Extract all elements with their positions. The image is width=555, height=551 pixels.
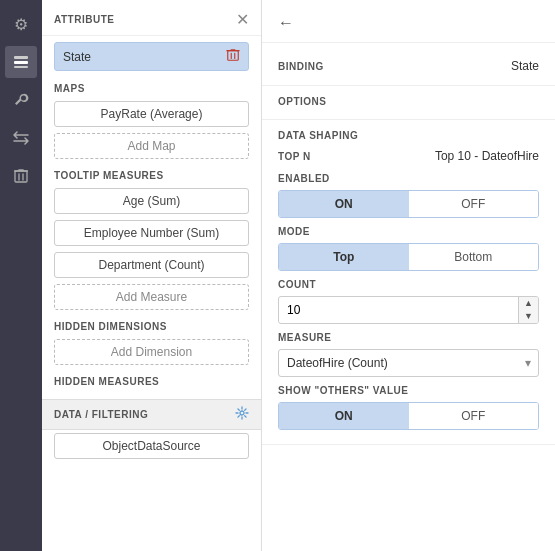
sidebar-wrench-icon[interactable]: [5, 84, 37, 116]
svg-rect-3: [15, 171, 27, 182]
measure-select-wrapper: DateofHire (Count) PayRate (Average) Age…: [278, 349, 539, 377]
options-title: OPTIONS: [278, 96, 539, 107]
maps-label: MAPS: [42, 75, 261, 98]
data-filtering-bar: DATA / FILTERING: [42, 399, 261, 430]
count-stepper: ▲ ▼: [518, 297, 538, 323]
employee-number-btn[interactable]: Employee Number (Sum): [54, 220, 249, 246]
close-button[interactable]: ✕: [236, 10, 249, 29]
add-map-btn[interactable]: Add Map: [54, 133, 249, 159]
tooltip-label: TOOLTIP MEASURES: [42, 162, 261, 185]
binding-value: State: [511, 59, 539, 73]
age-sum-btn[interactable]: Age (Sum): [54, 188, 249, 214]
enabled-label: ENABLED: [278, 173, 539, 184]
enabled-toggle-group: ON OFF: [278, 190, 539, 218]
attribute-delete-icon[interactable]: [226, 48, 240, 65]
department-count-btn[interactable]: Department (Count): [54, 252, 249, 278]
count-increment-btn[interactable]: ▲: [519, 297, 538, 310]
hidden-measures-label: HIDDEN MEASURES: [42, 368, 261, 391]
right-panel: ← BINDING State OPTIONS DATA SHAPING TOP…: [262, 0, 555, 551]
attribute-chip: State: [54, 42, 249, 71]
show-others-toggle-group: ON OFF: [278, 402, 539, 430]
top-n-label: TOP N: [278, 151, 311, 162]
options-section: OPTIONS: [262, 86, 555, 120]
show-others-label: SHOW "OTHERS" VALUE: [278, 385, 539, 396]
back-arrow-icon[interactable]: ←: [278, 14, 294, 32]
count-input[interactable]: [279, 298, 518, 322]
sidebar: ⚙: [0, 0, 42, 551]
show-others-off-btn[interactable]: OFF: [409, 403, 539, 429]
data-filtering-gear-icon[interactable]: [235, 406, 249, 423]
sidebar-settings-icon[interactable]: ⚙: [5, 8, 37, 40]
hidden-dim-label: HIDDEN DIMENSIONS: [42, 313, 261, 336]
count-decrement-btn[interactable]: ▼: [519, 310, 538, 323]
svg-rect-4: [228, 51, 239, 61]
enabled-off-btn[interactable]: OFF: [409, 191, 539, 217]
count-label: COUNT: [278, 279, 539, 290]
top-n-value: Top 10 - DateofHire: [435, 149, 539, 163]
show-others-on-btn[interactable]: ON: [279, 403, 409, 429]
measure-select[interactable]: DateofHire (Count) PayRate (Average) Age…: [278, 349, 539, 377]
payrate-btn[interactable]: PayRate (Average): [54, 101, 249, 127]
enabled-on-btn[interactable]: ON: [279, 191, 409, 217]
attribute-section-label: ATTRIBUTE: [54, 14, 114, 25]
svg-point-5: [240, 411, 244, 415]
add-measure-btn[interactable]: Add Measure: [54, 284, 249, 310]
measure-label: MEASURE: [278, 332, 539, 343]
attribute-chip-label: State: [63, 50, 91, 64]
binding-label: BINDING: [278, 61, 324, 72]
left-panel: ATTRIBUTE ✕ State MAPS PayRate (Average)…: [42, 0, 262, 551]
top-n-row: TOP N Top 10 - DateofHire: [278, 143, 539, 165]
svg-rect-2: [14, 66, 28, 68]
count-input-wrapper: ▲ ▼: [278, 296, 539, 324]
sidebar-transfer-icon[interactable]: [5, 122, 37, 154]
svg-rect-0: [14, 56, 28, 59]
data-shaping-title: DATA SHAPING: [278, 130, 539, 141]
data-source-btn[interactable]: ObjectDataSource: [54, 433, 249, 459]
svg-rect-1: [14, 61, 28, 64]
sidebar-trash-icon[interactable]: [5, 160, 37, 192]
mode-toggle-group: Top Bottom: [278, 243, 539, 271]
left-panel-header: ATTRIBUTE ✕: [42, 0, 261, 36]
mode-top-btn[interactable]: Top: [279, 244, 409, 270]
mode-label: MODE: [278, 226, 539, 237]
binding-row: BINDING State: [278, 53, 539, 75]
binding-section: BINDING State: [262, 43, 555, 86]
mode-bottom-btn[interactable]: Bottom: [409, 244, 539, 270]
data-shaping-section: DATA SHAPING TOP N Top 10 - DateofHire E…: [262, 120, 555, 445]
sidebar-layers-icon[interactable]: [5, 46, 37, 78]
right-header: ←: [262, 0, 555, 43]
data-filtering-label: DATA / FILTERING: [54, 409, 148, 420]
add-dimension-btn[interactable]: Add Dimension: [54, 339, 249, 365]
